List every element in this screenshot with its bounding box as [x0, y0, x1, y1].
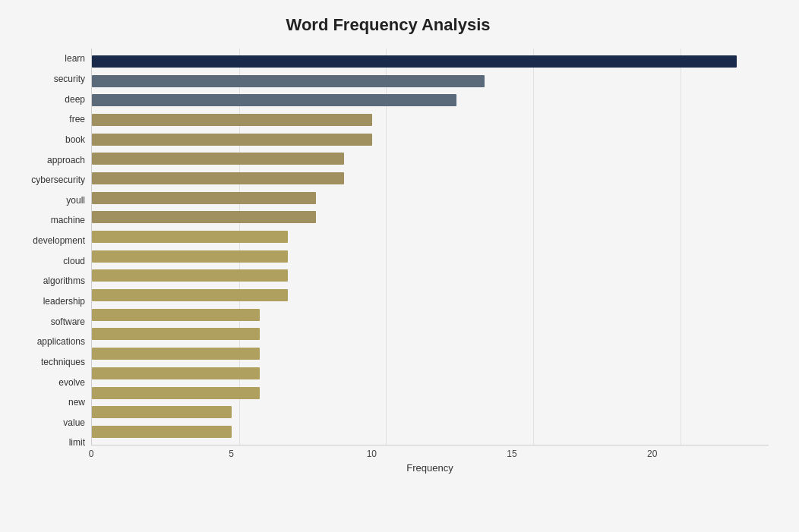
y-axis-label: leadership [43, 293, 85, 310]
bar [92, 269, 288, 282]
bar-row [92, 423, 769, 440]
bar-row [92, 267, 769, 284]
x-axis: 05101520 Frequency [91, 445, 769, 474]
bars-panel [91, 49, 769, 445]
y-axis-label: evolve [58, 374, 85, 391]
x-tick: 5 [229, 449, 234, 459]
bar [92, 134, 372, 146]
bar [92, 231, 288, 243]
bar-row [92, 92, 769, 109]
bar [92, 367, 260, 379]
bar-row [92, 287, 769, 304]
bar-row [92, 131, 769, 148]
bar [92, 387, 260, 399]
y-axis-label: approach [47, 152, 85, 168]
bar [92, 94, 456, 106]
bar [92, 75, 485, 87]
y-axis-label: new [68, 394, 85, 411]
x-tick: 10 [367, 449, 377, 459]
bar [92, 250, 288, 263]
bar-row [92, 150, 769, 167]
y-axis-label: value [63, 414, 85, 431]
x-ticks: 05101520 [91, 445, 769, 461]
bar [92, 153, 344, 165]
y-axis-label: software [51, 313, 85, 330]
y-axis-label: techniques [41, 354, 85, 370]
bar-row [92, 345, 769, 362]
bar-row [92, 326, 769, 342]
chart-area: learnsecuritydeepfreebookapproachcyberse… [8, 49, 769, 474]
bars-inner [92, 49, 769, 445]
y-axis-label: book [65, 131, 85, 148]
bar-row [92, 365, 769, 382]
y-axis-label: free [69, 111, 85, 127]
y-axis-label: cybersecurity [31, 172, 85, 188]
bar-row [92, 385, 769, 401]
y-axis-label: applications [37, 333, 85, 350]
y-axis: learnsecuritydeepfreebookapproachcyberse… [8, 49, 91, 474]
bar-row [92, 307, 769, 323]
x-axis-label: Frequency [91, 462, 769, 474]
bar-row [92, 248, 769, 265]
bar-row [92, 112, 769, 128]
y-axis-label: security [54, 71, 85, 87]
bar [92, 55, 737, 68]
bar [92, 289, 288, 301]
x-tick: 15 [507, 449, 516, 459]
bar-row [92, 404, 769, 420]
bar [92, 114, 372, 126]
y-axis-label: machine [51, 212, 85, 228]
y-axis-label: cloud [63, 253, 85, 269]
y-axis-label: deep [65, 91, 85, 108]
x-tick: 20 [647, 449, 657, 459]
bar-row [92, 190, 769, 206]
chart-title: Word Frequency Analysis [8, 15, 769, 35]
bar-row [92, 73, 769, 90]
y-axis-label: limit [69, 434, 85, 451]
bar [92, 348, 260, 360]
y-axis-label: learn [65, 50, 85, 67]
bar-row [92, 170, 769, 187]
bar [92, 172, 344, 184]
bar-row [92, 209, 769, 225]
bar [92, 192, 316, 204]
bar [92, 406, 232, 418]
bar [92, 309, 260, 321]
bar [92, 426, 232, 438]
bars-and-x: 05101520 Frequency [91, 49, 769, 474]
bar-row [92, 53, 769, 70]
y-axis-label: development [33, 232, 85, 249]
bar [92, 328, 260, 340]
x-tick: 0 [89, 449, 94, 459]
bar-row [92, 228, 769, 245]
chart-container: Word Frequency Analysis learnsecuritydee… [0, 0, 799, 532]
y-axis-label: algorithms [43, 272, 85, 289]
y-axis-label: youll [66, 192, 85, 209]
bar [92, 211, 316, 223]
